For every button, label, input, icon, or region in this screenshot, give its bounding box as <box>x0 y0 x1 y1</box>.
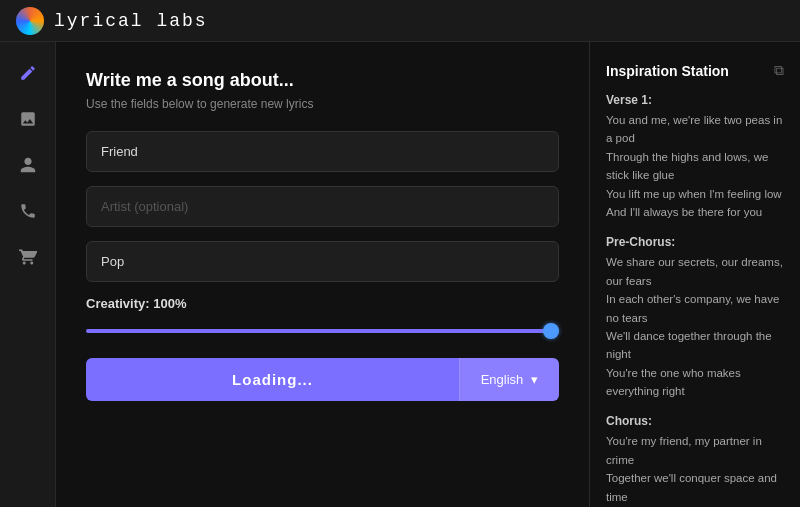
lyric-line: You're the one who makes everything righ… <box>606 364 784 401</box>
creativity-slider-container <box>86 321 559 336</box>
page-subtitle: Use the fields below to generate new lyr… <box>86 97 559 111</box>
creativity-slider[interactable] <box>86 329 559 333</box>
chevron-down-icon: ▾ <box>531 372 538 387</box>
lyric-line: We share our secrets, our dreams, our fe… <box>606 253 784 290</box>
app-header: lyrical labs <box>0 0 800 42</box>
inspiration-panel: Inspiration Station ⧉ Verse 1:You and me… <box>590 42 800 507</box>
app-layout: Write me a song about... Use the fields … <box>0 42 800 507</box>
sidebar-item-user[interactable] <box>17 154 39 176</box>
sidebar-item-pencil[interactable] <box>17 62 39 84</box>
lyric-section: Chorus:You're my friend, my partner in c… <box>606 414 784 507</box>
lyric-section-title: Pre-Chorus: <box>606 235 784 249</box>
sidebar <box>0 42 56 507</box>
bottom-bar: Loading... English ▾ <box>86 358 559 401</box>
genre-input[interactable] <box>86 241 559 282</box>
copy-icon[interactable]: ⧉ <box>774 62 784 79</box>
sidebar-item-phone[interactable] <box>17 200 39 222</box>
inspiration-header: Inspiration Station ⧉ <box>606 62 784 79</box>
lyric-section-title: Verse 1: <box>606 93 784 107</box>
sidebar-item-cart[interactable] <box>17 246 39 268</box>
lyric-line: You lift me up when I'm feeling low <box>606 185 784 203</box>
main-content: Write me a song about... Use the fields … <box>56 42 590 507</box>
creativity-label: Creativity: 100% <box>86 296 559 311</box>
lyric-line: And I'll always be there for you <box>606 203 784 221</box>
lyric-line: In each other's company, we have no tear… <box>606 290 784 327</box>
lyric-line: We'll dance together through the night <box>606 327 784 364</box>
sidebar-item-image[interactable] <box>17 108 39 130</box>
inspiration-title: Inspiration Station <box>606 63 729 79</box>
lyric-section: Pre-Chorus:We share our secrets, our dre… <box>606 235 784 400</box>
app-logo <box>16 7 44 35</box>
lyric-line: Through the highs and lows, we stick lik… <box>606 148 784 185</box>
lyric-section-title: Chorus: <box>606 414 784 428</box>
app-title: lyrical labs <box>54 11 208 31</box>
language-label: English <box>481 372 524 387</box>
lyric-line: You're my friend, my partner in crime <box>606 432 784 469</box>
page-heading: Write me a song about... <box>86 70 559 91</box>
lyric-line: You and me, we're like two peas in a pod <box>606 111 784 148</box>
topic-input[interactable] <box>86 131 559 172</box>
lyric-line: Together we'll conquer space and time <box>606 469 784 506</box>
language-selector[interactable]: English ▾ <box>459 358 559 401</box>
lyric-section: Verse 1:You and me, we're like two peas … <box>606 93 784 221</box>
lyric-sections: Verse 1:You and me, we're like two peas … <box>606 93 784 507</box>
generate-button[interactable]: Loading... <box>86 358 459 401</box>
artist-input[interactable] <box>86 186 559 227</box>
